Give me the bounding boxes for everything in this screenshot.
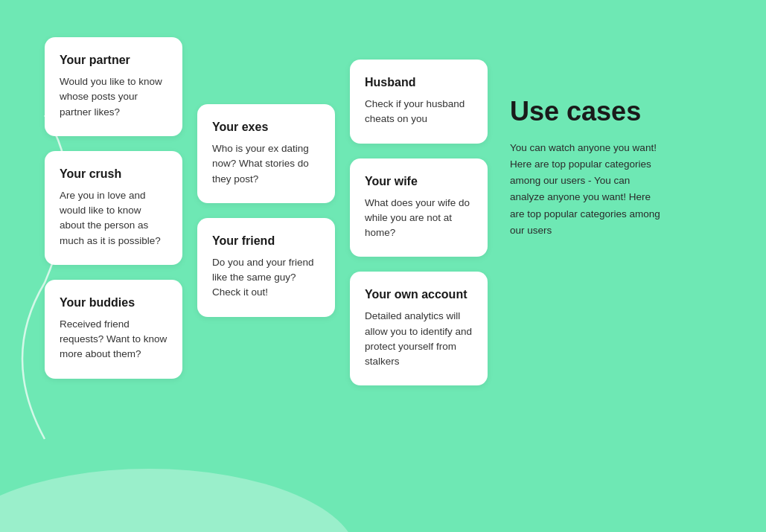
card-friend: Your friend Do you and your friend like …	[197, 218, 335, 317]
card-partner-title: Your partner	[60, 54, 167, 67]
card-own-account-title: Your own account	[365, 288, 473, 301]
main-layout: Your partner Would you like to know whos…	[0, 0, 766, 408]
card-buddies-desc: Received friend requests? Want to know m…	[60, 317, 167, 362]
card-husband-title: Husband	[365, 76, 473, 89]
card-crush: Your crush Are you in love and would lik…	[45, 151, 182, 265]
card-friend-title: Your friend	[212, 234, 320, 248]
card-partner-desc: Would you like to know whose posts your …	[60, 74, 167, 120]
card-husband-desc: Check if your husband cheats on you	[365, 97, 473, 127]
card-own-account-desc: Detailed analytics will allow you to ide…	[365, 309, 473, 369]
card-partner: Your partner Would you like to know whos…	[45, 37, 182, 136]
card-friend-desc: Do you and your friend like the same guy…	[212, 255, 320, 301]
use-cases-section: Use cases You can watch anyone you want!…	[502, 97, 666, 239]
card-exes-desc: Who is your ex dating now? What stories …	[212, 141, 320, 187]
card-crush-desc: Are you in love and would like to know a…	[60, 188, 167, 249]
column-3: Husband Check if your husband cheats on …	[350, 60, 488, 385]
column-2: Your exes Who is your ex dating now? Wha…	[197, 104, 335, 317]
card-exes-title: Your exes	[212, 121, 320, 134]
use-cases-title: Use cases	[510, 97, 666, 126]
card-wife-title: Your wife	[365, 175, 473, 188]
card-own-account: Your own account Detailed analytics will…	[350, 272, 488, 385]
card-wife: Your wife What does your wife do while y…	[350, 158, 488, 257]
card-buddies-title: Your buddies	[60, 296, 167, 310]
use-cases-description: You can watch anyone you want! Here are …	[510, 140, 666, 240]
card-buddies: Your buddies Received friend requests? W…	[45, 280, 182, 379]
svg-point-0	[0, 469, 357, 532]
card-wife-desc: What does your wife do while you are not…	[365, 196, 473, 241]
column-1: Your partner Would you like to know whos…	[45, 37, 182, 379]
card-crush-title: Your crush	[60, 167, 167, 181]
card-exes: Your exes Who is your ex dating now? Wha…	[197, 104, 335, 203]
card-husband: Husband Check if your husband cheats on …	[350, 60, 488, 144]
